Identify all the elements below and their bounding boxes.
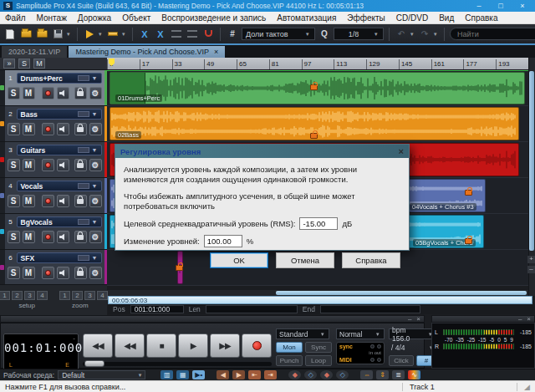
solo-button[interactable]: S [8, 123, 20, 135]
bar-ruler[interactable]: 1 17 33 49 65 81 97 113 129 145 161 177 … [107, 58, 528, 70]
minimize-button[interactable]: – [470, 2, 488, 10]
draw-mode-dropdown-icon[interactable]: ▾ [122, 31, 127, 38]
len-value[interactable] [206, 305, 298, 313]
global-solo-button[interactable]: S [18, 59, 30, 69]
redo-icon[interactable]: ↷ [418, 28, 431, 40]
new-project-icon[interactable] [3, 28, 17, 40]
monitor-button[interactable] [57, 231, 69, 243]
undo-icon[interactable]: ↶ [395, 28, 408, 40]
menu-view[interactable]: Вид [439, 13, 454, 23]
monitor-button[interactable] [57, 159, 69, 171]
track-header-vocals[interactable]: 4 Vocals▼ S M ⚙ [0, 178, 107, 214]
search-input[interactable] [450, 28, 535, 40]
menu-edit[interactable]: Монтаж [37, 13, 67, 23]
track-fx-button[interactable]: ⚙ [89, 87, 102, 99]
track-name-bar[interactable]: Drums+Perc▼ [17, 73, 102, 84]
mute-button[interactable]: M [23, 159, 35, 171]
record-arm-button[interactable] [42, 267, 54, 279]
play-mode-dropdown[interactable]: Normal ▾ [336, 328, 385, 339]
track-name-bar[interactable]: Vocals▼ [17, 181, 102, 191]
zoom-preset-1-button[interactable]: 1 [59, 291, 70, 300]
mute-button[interactable]: M [23, 123, 35, 135]
setup-preset-3-button[interactable]: 3 [24, 291, 35, 300]
track-name-bar[interactable]: Bass▼ [17, 109, 102, 120]
rms-input[interactable] [299, 217, 338, 230]
solo-button[interactable]: S [8, 159, 20, 171]
menu-object[interactable]: Объект [122, 13, 150, 23]
lock-button[interactable] [74, 123, 87, 135]
record-arm-button[interactable] [42, 159, 54, 171]
save-icon[interactable] [51, 28, 64, 40]
track-header-guitars[interactable]: 3 Guitars▼ S M ⚙ [0, 142, 107, 178]
punch-button[interactable]: Punch [276, 355, 303, 366]
cancel-button[interactable]: Отмена [276, 252, 334, 268]
panel-close-icon[interactable]: × [416, 315, 420, 323]
range-forward-icon[interactable]: ⇥ [264, 370, 277, 379]
zoom-preset-3-button[interactable]: 3 [84, 291, 95, 300]
jump-marker-down-icon[interactable]: ◇ [336, 370, 349, 379]
undo-dropdown-icon[interactable]: ▾ [410, 31, 415, 38]
solo-button[interactable]: S [8, 195, 20, 207]
mixer-icon[interactable]: ▥ [160, 370, 173, 379]
fade-in-icon[interactable] [170, 28, 183, 40]
close-button[interactable]: × [513, 2, 532, 10]
menu-effects[interactable]: Эффекты [347, 13, 385, 23]
resize-grip-icon[interactable]: ◢ [524, 383, 530, 391]
track-header-bass[interactable]: 2 Bass▼ S M ⚙ [0, 106, 107, 142]
tab-close-icon[interactable]: × [214, 48, 218, 56]
record-arm-button[interactable] [42, 231, 54, 243]
dialog-close-icon[interactable]: × [399, 146, 404, 156]
lock-button[interactable] [74, 159, 87, 171]
range-display-bar[interactable]: 00:05:06:03 [108, 296, 532, 304]
jump-marker-right-icon[interactable]: ◆ [320, 370, 333, 379]
vertical-scrollbar-thumb[interactable] [529, 71, 534, 251]
fade-out-icon[interactable] [186, 28, 199, 40]
range-back-icon[interactable]: ⇤ [248, 370, 261, 379]
solo-button[interactable]: S [8, 87, 20, 99]
menu-cddvd[interactable]: CD/DVD [396, 13, 428, 23]
transport-console-icon[interactable]: ▶• [192, 370, 205, 379]
monitor-button[interactable]: Mon [276, 342, 303, 353]
record-button[interactable] [242, 333, 272, 358]
stop-button[interactable]: ■ [146, 333, 176, 358]
meter-bridge-icon[interactable]: ▦ [176, 370, 189, 379]
time-signature-dropdown[interactable]: / 4/4 ▾ [389, 342, 437, 353]
quantize-combo[interactable]: 1/8 ▾ [334, 28, 384, 40]
time-display[interactable]: - 001:01:000 L E [3, 333, 79, 370]
solo-button[interactable]: S [8, 231, 20, 243]
monitor-button[interactable] [57, 195, 69, 207]
maximize-button[interactable]: □ [492, 2, 510, 10]
mute-button[interactable]: M [23, 231, 35, 243]
snap-unit-combo[interactable]: Доли тактов ▾ [242, 28, 315, 40]
solo-button[interactable]: S [8, 267, 20, 279]
mute-button[interactable]: M [23, 267, 35, 279]
setup-preset-4-button[interactable]: 4 [37, 291, 48, 300]
quantize-icon[interactable]: Q [318, 28, 331, 40]
track-fx-button[interactable]: ⚙ [89, 195, 102, 207]
forward-button[interactable]: ▶▶ [210, 333, 240, 358]
workspace-dropdown[interactable]: Default ▾ [58, 370, 145, 379]
object-start-icon[interactable]: ◀ [217, 370, 229, 379]
jump-marker-up-icon[interactable]: ◇ [304, 370, 317, 379]
zoom-preset-2-button[interactable]: 2 [72, 291, 83, 300]
grid-icon[interactable]: # [226, 28, 239, 40]
track-header-drums+perc[interactable]: 1 Drums+Perc▼ S M ⚙ [0, 70, 107, 106]
zoom-vertical-icon[interactable]: ⇕ [376, 370, 389, 379]
track-header-bgvocals[interactable]: 5 BgVocals▼ S M ⚙ [0, 214, 107, 250]
tab-project-1[interactable]: 2020-12-11.VIP [2, 46, 67, 58]
auto-crossfade-icon[interactable]: X [154, 28, 167, 40]
lock-button[interactable] [74, 267, 87, 279]
click-button[interactable]: Click [389, 355, 414, 366]
track-fx-button[interactable]: ⚙ [89, 231, 102, 243]
zoom-preset-4-button[interactable]: 4 [97, 291, 108, 300]
slider-thumb[interactable] [84, 360, 104, 367]
jump-marker-left-icon[interactable]: ◆ [288, 370, 301, 379]
open-folder-icon[interactable] [19, 28, 33, 40]
monitor-button[interactable] [57, 123, 69, 135]
menu-file[interactable]: Файл [5, 13, 26, 23]
track-lane-bass[interactable]: 02Bass [107, 106, 528, 142]
record-arm-button[interactable] [42, 123, 54, 135]
menu-playback-record[interactable]: Воспроизведение и запись [161, 13, 266, 23]
zoom-horizontal-icon[interactable]: ⇔ [360, 370, 373, 379]
rewind-button[interactable]: ◀◀ [115, 333, 145, 358]
